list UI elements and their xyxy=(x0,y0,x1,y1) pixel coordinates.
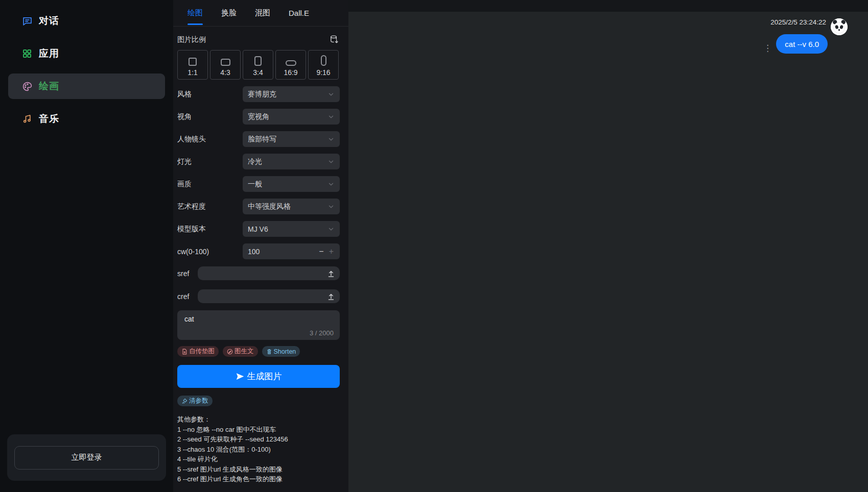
field-label: 艺术程度 xyxy=(177,202,243,211)
tag-self-pad-image[interactable]: 自传垫图 xyxy=(177,346,219,357)
artistic-level-select[interactable]: 中等强度风格 xyxy=(243,199,340,214)
help-line: 4 --tile 碎片化 xyxy=(177,454,340,464)
user-message-bubble: cat --v 6.0 xyxy=(776,34,828,54)
field-row-lighting: 灯光 冷光 xyxy=(177,154,340,169)
sidebar: 对话 应用 绘画 xyxy=(0,0,173,492)
cw-stepper[interactable]: 100 − + xyxy=(243,243,340,259)
model-version-select[interactable]: MJ V6 xyxy=(243,221,340,237)
field-label: 画质 xyxy=(177,180,243,189)
field-row-artistic-level: 艺术程度 中等强度风格 xyxy=(177,199,340,214)
field-label: 模型版本 xyxy=(177,225,243,234)
lighting-select[interactable]: 冷光 xyxy=(243,154,340,169)
upload-icon[interactable] xyxy=(327,292,335,301)
tab-face-swap[interactable]: 换脸 xyxy=(221,0,237,27)
sidebar-item-label: 对话 xyxy=(39,14,59,28)
clear-brush-icon xyxy=(181,398,187,404)
ratio-button-1-1[interactable]: 1:1 xyxy=(177,50,208,80)
field-label: 人物镜头 xyxy=(177,135,243,144)
login-button[interactable]: 立即登录 xyxy=(14,446,159,470)
ratio-button-16-9[interactable]: 16:9 xyxy=(275,50,306,80)
sidebar-item-chat[interactable]: 对话 xyxy=(8,8,165,34)
char-counter: 3 / 2000 xyxy=(184,329,334,337)
pencil-circle-icon xyxy=(227,349,233,355)
app-window: 对话 应用 绘画 xyxy=(0,0,868,492)
field-label: 风格 xyxy=(177,90,243,99)
chevron-down-icon xyxy=(327,203,335,210)
preset-save-icon[interactable] xyxy=(330,35,340,45)
generation-panel: 绘图 换脸 混图 Dall.E 图片比例 xyxy=(173,0,348,492)
view-angle-select[interactable]: 宽视角 xyxy=(243,109,340,125)
help-line: 3 --chaos 10 混合(范围：0-100) xyxy=(177,445,340,455)
upload-icon[interactable] xyxy=(327,269,335,278)
chevron-down-icon xyxy=(327,91,335,98)
shorten-icon xyxy=(266,349,272,355)
image-ratio-label: 图片比例 xyxy=(177,35,206,44)
ratio-button-3-4[interactable]: 3:4 xyxy=(243,50,273,80)
clear-params-tag[interactable]: 清参数 xyxy=(177,396,213,406)
field-row-model-version: 模型版本 MJ V6 xyxy=(177,221,340,237)
ratio-button-4-3[interactable]: 4:3 xyxy=(210,50,241,80)
chat-bubble-icon xyxy=(21,15,33,27)
chat-topbar xyxy=(348,0,868,12)
panda-avatar-icon xyxy=(831,18,848,35)
sidebar-item-music[interactable]: 音乐 xyxy=(8,106,165,132)
option-tags: 自传垫图 图生文 Shorten xyxy=(177,346,340,357)
chevron-down-icon xyxy=(327,158,335,165)
help-line: 6 --cref 图片url 生成角色一致的图像 xyxy=(177,474,340,484)
field-row-view-angle: 视角 宽视角 xyxy=(177,109,340,125)
chevron-down-icon xyxy=(327,113,335,120)
field-row-cw: cw(0-100) 100 − + xyxy=(177,243,340,259)
sidebar-item-apps[interactable]: 应用 xyxy=(8,41,165,66)
aspect-ratio-group: 1:1 4:3 3:4 16:9 9:16 xyxy=(177,50,340,80)
field-row-character-shot: 人物镜头 脸部特写 xyxy=(177,131,340,147)
sidebar-item-draw[interactable]: 绘画 xyxy=(8,73,165,99)
sidebar-item-label: 音乐 xyxy=(39,112,59,126)
tab-mix-image[interactable]: 混图 xyxy=(255,0,270,27)
quality-select[interactable]: 一般 xyxy=(243,176,340,192)
document-plus-icon xyxy=(181,349,187,355)
field-row-style: 风格 赛博朋克 xyxy=(177,86,340,102)
tab-dalle[interactable]: Dall.E xyxy=(289,0,309,27)
user-avatar[interactable] xyxy=(831,18,848,35)
help-line: 5 --sref 图片url 生成风格一致的图像 xyxy=(177,464,340,475)
music-note-icon xyxy=(21,113,33,125)
tab-draw[interactable]: 绘图 xyxy=(187,0,203,27)
chevron-down-icon xyxy=(327,136,335,143)
style-select[interactable]: 赛博朋克 xyxy=(243,86,340,102)
ratio-shape-icon xyxy=(286,60,296,66)
sref-input[interactable] xyxy=(198,266,340,280)
message-timestamp: 2025/2/5 23:24:22 xyxy=(770,18,826,26)
cref-input[interactable] xyxy=(198,289,340,303)
field-row-quality: 画质 一般 xyxy=(177,176,340,192)
palette-icon xyxy=(21,81,33,92)
help-line: 1 --no 忽略 --no car 图中不出现车 xyxy=(177,425,340,435)
plus-icon[interactable]: + xyxy=(329,247,334,256)
tag-image-to-text[interactable]: 图生文 xyxy=(223,346,258,357)
other-params-help: 其他参数： 1 --no 忽略 --no car 图中不出现车 2 --seed… xyxy=(177,414,340,484)
apps-grid-icon xyxy=(21,48,33,59)
prompt-value: cat xyxy=(184,315,334,323)
tag-shorten[interactable]: Shorten xyxy=(262,346,300,357)
ratio-shape-icon xyxy=(254,56,262,66)
ratio-shape-icon xyxy=(221,59,230,66)
character-shot-select[interactable]: 脸部特写 xyxy=(243,131,340,147)
minus-icon[interactable]: − xyxy=(319,247,323,256)
cref-row: cref xyxy=(177,289,340,303)
sidebar-item-label: 绘画 xyxy=(39,80,59,93)
ratio-button-9-16[interactable]: 9:16 xyxy=(308,50,339,80)
chevron-down-icon xyxy=(327,226,335,233)
panel-body: 图片比例 1:1 4:3 xyxy=(173,27,348,484)
help-line: 2 --seed 可先获取种子 --seed 123456 xyxy=(177,434,340,445)
message-menu-icon[interactable]: ⋮ xyxy=(763,44,772,53)
panel-tabs: 绘图 换脸 混图 Dall.E xyxy=(173,0,348,27)
help-title: 其他参数： xyxy=(177,414,340,425)
sref-label: sref xyxy=(177,269,198,278)
prompt-textarea[interactable]: cat 3 / 2000 xyxy=(177,310,340,340)
sidebar-item-label: 应用 xyxy=(39,47,59,60)
login-card: 立即登录 xyxy=(7,434,166,481)
chevron-down-icon xyxy=(327,181,335,188)
field-label: 视角 xyxy=(177,112,243,121)
field-label: 灯光 xyxy=(177,157,243,166)
generate-image-button[interactable]: 生成图片 xyxy=(177,365,340,388)
sref-row: sref xyxy=(177,266,340,280)
